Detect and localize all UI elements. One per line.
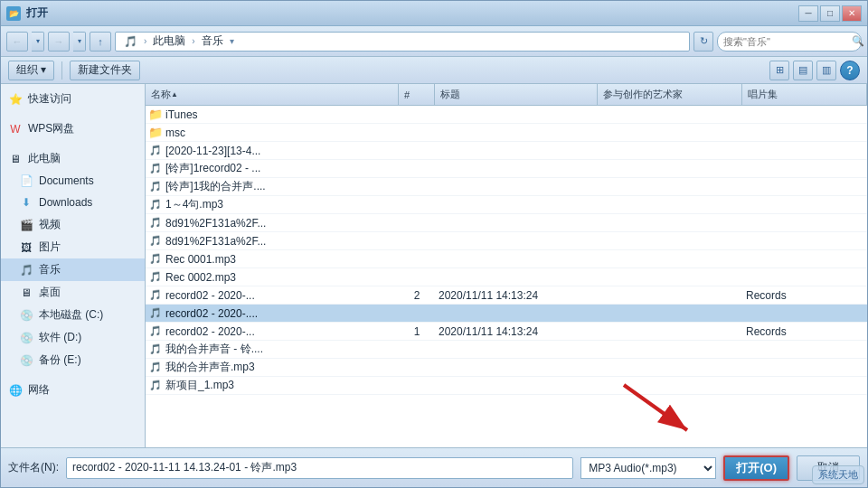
refresh-button[interactable]: ↻	[693, 32, 713, 52]
cell-name: 🎵 [铃声]1record02 - ...	[146, 160, 399, 177]
cell-num	[399, 178, 435, 195]
cell-album	[742, 359, 867, 376]
path-segment-music-note[interactable]: 🎵	[121, 34, 140, 49]
col-header-title[interactable]: 标题	[435, 84, 598, 105]
cell-album	[742, 124, 867, 141]
network-icon: 🌐	[8, 383, 23, 398]
table-row[interactable]: 🎵 [铃声]1record02 - ...	[146, 160, 867, 178]
sidebar-music-label: 音乐	[39, 262, 61, 277]
table-row[interactable]: 🎵 record02 - 2020-... 2 2020/11/11 14:13…	[146, 286, 867, 305]
cell-name: 🎵 1～4句.mp3	[146, 196, 399, 213]
sidebar-item-downloads[interactable]: ⬇ Downloads	[1, 192, 145, 213]
back-button[interactable]: ←	[6, 32, 28, 52]
window-icon: 📂	[6, 6, 21, 21]
search-input[interactable]	[723, 36, 848, 47]
path-segment-music[interactable]: 音乐	[199, 33, 226, 50]
cell-artist	[598, 142, 742, 159]
cell-num	[399, 160, 435, 177]
table-row[interactable]: 🎵 我的合并声音 - 铃....	[146, 341, 867, 359]
col-header-name[interactable]: 名称	[146, 84, 399, 105]
file-icon: 🎵	[149, 307, 162, 320]
up-button[interactable]: ↑	[90, 32, 111, 52]
view-details-button[interactable]: ▤	[793, 61, 813, 80]
search-icon[interactable]: 🔍	[852, 35, 864, 47]
col-header-artist[interactable]: 参与创作的艺术家	[598, 84, 742, 105]
cell-num	[399, 359, 435, 376]
maximize-button[interactable]: □	[820, 5, 840, 22]
table-row[interactable]: 🎵 [2020-11-23][13-4...	[146, 142, 867, 160]
help-button[interactable]: ?	[840, 61, 860, 80]
pictures-icon: 🖼	[19, 240, 33, 255]
file-list[interactable]: 📁 iTunes 📁 msc 🎵 [2020-11-23][13-4... 🎵 …	[146, 106, 867, 447]
cell-artist	[598, 250, 742, 267]
cell-album	[742, 250, 867, 267]
cell-title	[435, 232, 598, 249]
table-row[interactable]: 🎵 [铃声]1我的合并声....	[146, 178, 867, 196]
table-row[interactable]: 🎵 Rec 0001.mp3	[146, 250, 867, 268]
sidebar-downloads-label: Downloads	[39, 196, 92, 209]
sidebar-item-desktop[interactable]: 🖥 桌面	[1, 281, 145, 304]
file-icon: 🎵	[149, 361, 162, 374]
forward-button[interactable]: →	[48, 32, 70, 52]
table-row[interactable]: 📁 iTunes	[146, 106, 867, 124]
view-extra-button[interactable]: ▥	[816, 61, 836, 80]
cell-title	[435, 178, 598, 195]
sidebar-item-drive-e[interactable]: 💿 备份 (E:)	[1, 349, 145, 371]
sidebar-item-quickaccess[interactable]: ⭐ 快速访问	[1, 88, 145, 110]
cell-title	[435, 341, 598, 358]
sidebar-section-quickaccess: ⭐ 快速访问	[1, 84, 145, 114]
filename-input[interactable]	[66, 457, 573, 479]
title-bar: 📂 打开 ─ □ ✕	[1, 1, 867, 26]
sidebar-item-drive-c[interactable]: 💿 本地磁盘 (C:)	[1, 304, 145, 326]
cell-artist	[598, 305, 742, 322]
file-icon: 🎵	[149, 145, 162, 157]
col-header-album[interactable]: 唱片集	[742, 84, 867, 105]
cell-artist	[598, 106, 742, 123]
sidebar-item-documents[interactable]: 📄 Documents	[1, 170, 145, 192]
new-folder-button[interactable]: 新建文件夹	[70, 61, 140, 80]
sidebar-item-drive-d[interactable]: 💿 软件 (D:)	[1, 326, 145, 349]
search-box[interactable]: 🔍	[717, 32, 862, 52]
table-row[interactable]: 🎵 1～4句.mp3	[146, 196, 867, 214]
videos-icon: 🎬	[19, 218, 33, 232]
cell-album	[742, 214, 867, 231]
sidebar-item-pc[interactable]: 🖥 此电脑	[1, 147, 145, 170]
sidebar-item-videos[interactable]: 🎬 视频	[1, 213, 145, 236]
file-icon: 🎵	[149, 163, 162, 175]
filetype-select[interactable]: MP3 Audio(*.mp3)	[580, 457, 716, 479]
cell-album	[742, 196, 867, 213]
forward-dropdown[interactable]: ▾	[73, 32, 86, 52]
main-content: ⭐ 快速访问 W WPS网盘 🖥 此电脑 📄	[1, 84, 867, 447]
table-row[interactable]: 🎵 record02 - 2020-....	[146, 305, 867, 323]
table-row[interactable]: 🎵 我的合并声音.mp3	[146, 359, 867, 377]
sidebar-item-network[interactable]: 🌐 网络	[1, 379, 145, 401]
music-icon: 🎵	[19, 263, 33, 277]
view-list-button[interactable]: ⊞	[769, 61, 789, 80]
cell-album	[742, 142, 867, 159]
path-segment-pc[interactable]: 此电脑	[150, 33, 188, 50]
table-row[interactable]: 📁 msc	[146, 124, 867, 142]
file-icon: 🎵	[149, 235, 162, 248]
back-dropdown[interactable]: ▾	[32, 32, 44, 52]
sidebar-item-music[interactable]: 🎵 音乐	[1, 258, 145, 281]
col-header-num[interactable]: #	[399, 84, 435, 105]
table-row[interactable]: 🎵 8d91%2F131a%2F...	[146, 214, 867, 232]
cell-artist	[598, 341, 742, 358]
close-button[interactable]: ✕	[842, 5, 862, 22]
minimize-button[interactable]: ─	[798, 5, 818, 22]
cell-album: Records	[742, 286, 867, 304]
open-button[interactable]: 打开(O)	[723, 455, 789, 481]
cell-title	[435, 196, 598, 213]
cell-name: 🎵 [铃声]1我的合并声....	[146, 178, 399, 195]
toolbar-separator	[61, 61, 62, 80]
table-row[interactable]: 🎵 record02 - 2020-... 1 2020/11/11 14:13…	[146, 323, 867, 341]
table-row[interactable]: 🎵 新项目_1.mp3	[146, 377, 867, 395]
cell-name: 📁 iTunes	[146, 106, 399, 123]
address-path[interactable]: 🎵 › 此电脑 › 音乐 ▾	[115, 32, 690, 52]
organize-button[interactable]: 组织 ▾	[8, 61, 54, 80]
file-icon: 🎵	[149, 217, 162, 230]
sidebar-item-wps[interactable]: W WPS网盘	[1, 117, 145, 140]
table-row[interactable]: 🎵 Rec 0002.mp3	[146, 268, 867, 286]
table-row[interactable]: 🎵 8d91%2F131a%2F...	[146, 232, 867, 250]
sidebar-item-pictures[interactable]: 🖼 图片	[1, 236, 145, 258]
